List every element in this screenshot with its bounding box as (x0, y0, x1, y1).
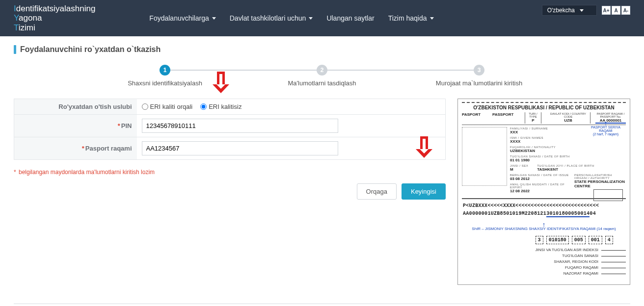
nav-connected-sites[interactable]: Ulangan saytlar (326, 14, 374, 22)
nav-users[interactable]: Foydalanuvchilarga (149, 14, 215, 22)
page-title: Foydalanuvchini ro`yxatdan o`tkazish (20, 45, 161, 54)
annotation-arrow-icon (214, 72, 228, 93)
passport-input[interactable] (142, 141, 338, 155)
arrow-up-icon: ↑ (462, 223, 626, 227)
passport-label: *Pasport raqami (14, 137, 137, 160)
language-select[interactable]: O'zbekcha (542, 5, 597, 16)
method-label: Ro'yxatdan o'tish uslubi (14, 99, 137, 115)
step-number-badge: 1 (160, 65, 170, 76)
back-button[interactable]: Orqaga (357, 183, 397, 200)
header: Identifikatsiyalashning Yagona Tizimi Fo… (0, 0, 644, 36)
brand-logo: Identifikatsiyalashning Yagona Tizimi (14, 4, 95, 33)
chevron-down-icon (430, 17, 434, 20)
form-row-pin: *PIN (14, 115, 446, 137)
main-row: Ro'yxatdan o'tish uslubi ERI kaliti orqa… (14, 99, 630, 285)
wizard-step-2: 2 Ma'lumotlarni tasdiqlash (243, 65, 401, 87)
passport-sample-card: O'ZBEKISTON RESPUBLIKASI / REPUBLIC OF U… (457, 99, 630, 285)
nav-about[interactable]: Tizim haqida (388, 14, 434, 22)
radio-input[interactable] (142, 103, 148, 110)
font-size-controls: A+ A A- (602, 6, 630, 15)
wizard-steps: 1 Shaxsni identifikatsiyalash 2 Ma'lumot… (86, 65, 558, 87)
form-row-method: Ro'yxatdan o'tish uslubi ERI kaliti orqa… (14, 99, 446, 115)
pin-label: *PIN (14, 115, 137, 137)
passport-photo-placeholder (462, 127, 507, 186)
step-label: Ma'lumotlarni tasdiqlash (243, 79, 401, 87)
main-container: Foydalanuvchini ro`yxatdan o`tkazish 1 S… (0, 36, 644, 294)
font-decrease-button[interactable]: A- (621, 6, 630, 15)
chevron-down-icon (580, 9, 584, 12)
arrow-up-icon: ↑ (587, 121, 625, 126)
font-normal-button[interactable]: A (612, 6, 620, 15)
navbar: Foydalanuvchilarga Davlat tashkilotlari … (149, 14, 433, 22)
button-row: Orqaga Keyingisi (14, 183, 446, 200)
title-accent-bar (14, 45, 16, 54)
radio-eri-without-key[interactable]: ERI kalitisiz (200, 103, 242, 110)
passport-serial-annotation: ↑ PASPORT SERIYA RAQAMI (2 harf, 7 raqam… (587, 121, 625, 136)
pin-breakdown: 3 010180 005 001 4 JINSI VA TUG'ILGAN AS… (462, 236, 626, 277)
step-number-badge: 3 (474, 65, 484, 76)
chevron-down-icon (309, 17, 313, 20)
step-label: Murojaat ma`lumotlarini kiritish (401, 79, 558, 87)
shir-annotation: ↑ ShIR – JISMONIY SHAXSNING SHAXSIY IDEN… (462, 223, 626, 231)
radio-eri-with-key[interactable]: ERI kaliti orqali (142, 103, 193, 110)
header-right: O'zbekcha A+ A A- (542, 5, 630, 16)
form-area: Ro'yxatdan o'tish uslubi ERI kaliti orqa… (14, 99, 446, 200)
chevron-down-icon (212, 17, 216, 20)
wizard-step-3: 3 Murojaat ma`lumotlarini kiritish (401, 65, 558, 87)
mrz-zone: P<UZBXXX<<<<<XXXX<<<<<<<<<<<<<<<<<<<<<<<… (462, 199, 626, 221)
next-button[interactable]: Keyingisi (402, 183, 446, 200)
required-hint: * belgilangan maydonlarda ma'lumotlarni … (14, 169, 446, 176)
form-row-passport: *Pasport raqami (14, 137, 446, 160)
registration-form-table: Ro'yxatdan o'tish uslubi ERI kaliti orqa… (14, 99, 446, 160)
pin-input[interactable] (142, 119, 338, 133)
nav-gov-orgs[interactable]: Davlat tashkilotlari uchun (230, 14, 313, 22)
signature-box (593, 189, 623, 201)
page-title-row: Foydalanuvchini ro`yxatdan o`tkazish (14, 45, 630, 54)
radio-input[interactable] (200, 103, 207, 110)
step-number-badge: 2 (317, 65, 327, 76)
passport-header: O'ZBEKISTON RESPUBLIKASI / REPUBLIC OF U… (462, 105, 626, 110)
pin-legend: JINSI VA TUG'ILGAN ASR INDEKSI TUG'ILGAN… (536, 247, 626, 277)
footer-divider (14, 304, 630, 304)
font-increase-button[interactable]: A+ (602, 6, 611, 15)
annotation-arrow-icon (417, 136, 431, 158)
